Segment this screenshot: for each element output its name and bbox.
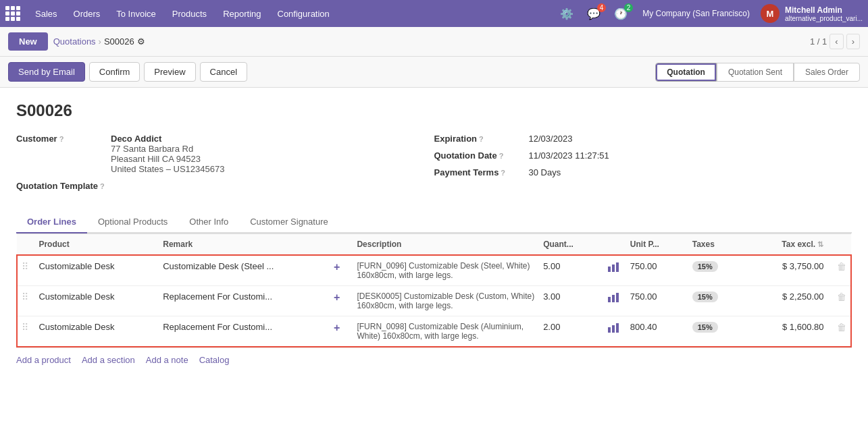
user-info: Mitchell Admin alternative_product_vari.…	[785, 5, 863, 22]
description-1: [FURN_0096] Customizable Desk (Steel, Wh…	[353, 255, 539, 286]
expiration-value[interactable]: 12/03/2023	[529, 134, 573, 144]
avatar[interactable]: M	[761, 4, 780, 23]
tab-other-info[interactable]: Other Info	[178, 211, 239, 233]
next-page-button[interactable]: ›	[846, 34, 860, 49]
activity-badge: 2	[624, 3, 634, 12]
order-table: Product Remark Description Quant... Unit…	[16, 233, 852, 347]
col-delete	[827, 234, 851, 256]
tabs: Order Lines Optional Products Other Info…	[16, 211, 852, 233]
col-tax-excl: Tax excl. ⇅	[750, 234, 828, 256]
nav-item-to-invoice[interactable]: To Invoice	[109, 6, 163, 22]
chart-3[interactable]	[601, 316, 626, 347]
tab-optional-products[interactable]: Optional Products	[87, 211, 178, 233]
col-remark: Remark	[159, 234, 330, 256]
tax-1[interactable]: 15%	[688, 255, 750, 286]
sort-icon[interactable]: ⇅	[817, 240, 823, 248]
status-sales-order[interactable]: Sales Order	[794, 63, 860, 82]
col-drag	[17, 234, 34, 256]
nav-item-configuration[interactable]: Configuration	[271, 6, 336, 22]
prev-page-button[interactable]: ‹	[829, 34, 843, 49]
status-flow: Quotation Quotation Sent Sales Order	[655, 63, 860, 82]
remark-3[interactable]: Replacement For Customi...	[159, 316, 330, 347]
expiration-label: Expiration ?	[434, 134, 529, 144]
total-3: $ 1,600.80	[750, 316, 828, 347]
send-email-button[interactable]: Send by Email	[8, 62, 85, 82]
confirm-button[interactable]: Confirm	[89, 62, 141, 82]
breadcrumb-separator: ›	[99, 36, 101, 47]
svg-rect-2	[616, 262, 619, 272]
svg-rect-6	[608, 327, 611, 333]
add-product-link[interactable]: Add a product	[16, 355, 71, 365]
record-settings-icon[interactable]: ⚙	[137, 36, 145, 47]
drag-handle-2[interactable]: ⠿	[17, 286, 34, 316]
activity-icon[interactable]: 🕐 2	[610, 6, 632, 22]
quotation-date-help-icon: ?	[499, 152, 504, 160]
messages-badge: 4	[597, 3, 607, 12]
tab-order-lines[interactable]: Order Lines	[16, 211, 87, 233]
table-row: ⠿ Customizable Desk Replacement For Cust…	[17, 286, 851, 316]
add-section-link[interactable]: Add a section	[82, 355, 135, 365]
svg-rect-1	[612, 264, 615, 272]
app-grid-icon[interactable]	[5, 6, 20, 21]
top-navigation: Sales Orders To Invoice Products Reporti…	[0, 0, 868, 27]
add-btn-3[interactable]: +	[330, 316, 353, 347]
quantity-2[interactable]: 3.00	[539, 286, 601, 316]
messages-icon[interactable]: 💬 4	[583, 6, 605, 22]
remark-2[interactable]: Replacement For Customi...	[159, 286, 330, 316]
quotation-date-value[interactable]: 11/03/2023 11:27:51	[529, 150, 609, 161]
unit-price-1[interactable]: 750.00	[626, 255, 688, 286]
delete-btn-3[interactable]: 🗑	[827, 316, 851, 347]
unit-price-2[interactable]: 750.00	[626, 286, 688, 316]
unit-price-3[interactable]: 800.40	[626, 316, 688, 347]
quantity-3[interactable]: 2.00	[539, 316, 601, 347]
catalog-link[interactable]: Catalog	[199, 355, 230, 365]
svg-rect-5	[616, 293, 619, 302]
delete-btn-2[interactable]: 🗑	[827, 286, 851, 316]
product-3[interactable]: Customizable Desk	[34, 316, 159, 347]
col-taxes: Taxes	[688, 234, 750, 256]
product-1[interactable]: Customizable Desk	[34, 255, 159, 286]
preview-button[interactable]: Preview	[144, 62, 195, 82]
add-btn-1[interactable]: +	[330, 255, 353, 286]
breadcrumb-record: S00026	[104, 36, 134, 47]
tax-3[interactable]: 15%	[688, 316, 750, 347]
col-add	[330, 234, 353, 256]
user-name: Mitchell Admin	[785, 5, 863, 15]
remark-1[interactable]: Customizable Desk (Steel ...	[159, 255, 330, 286]
customer-value[interactable]: Deco Addict 77 Santa Barbara Rd Pleasant…	[111, 134, 224, 174]
table-row: ⠿ Customizable Desk Customizable Desk (S…	[17, 255, 851, 286]
nav-item-sales[interactable]: Sales	[28, 6, 64, 22]
col-unit-price: Unit P...	[626, 234, 688, 256]
add-note-link[interactable]: Add a note	[146, 355, 188, 365]
status-quotation-sent[interactable]: Quotation Sent	[717, 63, 794, 82]
template-help-icon: ?	[100, 182, 105, 190]
breadcrumb-quotations[interactable]: Quotations	[53, 36, 96, 47]
payment-terms-value[interactable]: 30 Days	[529, 167, 561, 177]
nav-item-products[interactable]: Products	[165, 6, 213, 22]
quotation-date-label: Quotation Date ?	[434, 150, 529, 161]
pagination-info: 1 / 1	[810, 36, 827, 47]
nav-item-reporting[interactable]: Reporting	[216, 6, 267, 22]
new-button[interactable]: New	[8, 32, 48, 51]
quantity-1[interactable]: 5.00	[539, 255, 601, 286]
cancel-button[interactable]: Cancel	[200, 62, 247, 82]
quotation-template-label: Quotation Template ?	[16, 181, 111, 191]
tax-2[interactable]: 15%	[688, 286, 750, 316]
user-tag: alternative_product_vari...	[785, 15, 863, 22]
drag-handle-3[interactable]: ⠿	[17, 316, 34, 347]
svg-rect-0	[608, 267, 611, 272]
tab-customer-signature[interactable]: Customer Signature	[239, 211, 339, 233]
col-chart	[601, 234, 626, 256]
settings-icon[interactable]: ⚙️	[556, 6, 578, 22]
payment-terms-help-icon: ?	[501, 169, 505, 177]
chart-1[interactable]	[601, 255, 626, 286]
drag-handle-1[interactable]: ⠿	[17, 255, 34, 286]
product-2[interactable]: Customizable Desk	[34, 286, 159, 316]
add-btn-2[interactable]: +	[330, 286, 353, 316]
delete-btn-1[interactable]: 🗑	[827, 255, 851, 286]
nav-item-orders[interactable]: Orders	[67, 6, 107, 22]
customer-label: Customer ?	[16, 134, 111, 144]
chart-2[interactable]	[601, 286, 626, 316]
document-title: S00026	[16, 101, 852, 120]
status-quotation[interactable]: Quotation	[655, 63, 717, 82]
